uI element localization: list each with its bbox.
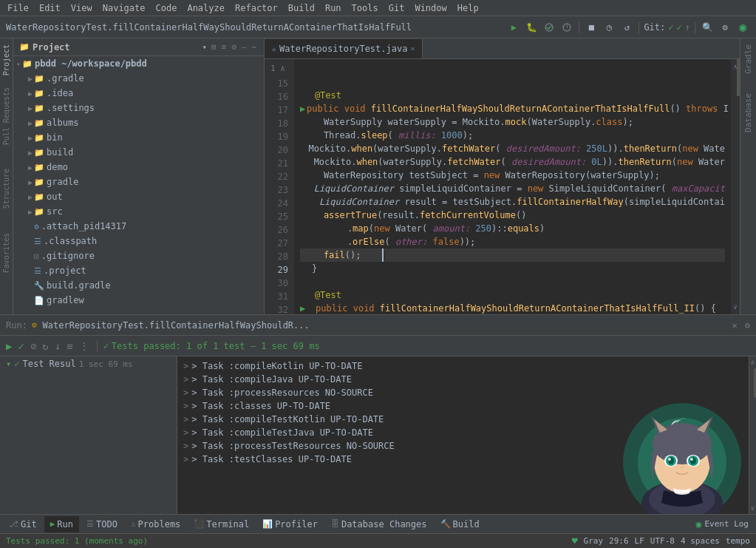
tree-item-gitignore[interactable]: ▶ ⊡ .gitignore [13, 248, 264, 263]
run-button[interactable]: ▶ [506, 20, 521, 35]
line-num-17: 17 [270, 104, 288, 117]
status-branch[interactable]: tempo [726, 536, 750, 546]
stop-button[interactable]: ■ [584, 20, 599, 35]
menu-code[interactable]: Code [151, 1, 182, 15]
run-with-coverage-button[interactable] [542, 20, 556, 35]
run-marker-33[interactable]: ▶ [300, 302, 305, 314]
pull-requests-tab[interactable]: Pull Requests [1, 83, 12, 149]
event-log-label[interactable]: Event Log [704, 519, 749, 529]
run-marker-18[interactable]: ▶ [300, 102, 305, 115]
undo-button[interactable]: ↺ [619, 20, 634, 35]
build-bottom-tab[interactable]: 🔨 Build [435, 516, 486, 532]
line-num-15: 15 [270, 77, 288, 90]
sort-button[interactable]: ≡ [65, 339, 74, 354]
build-scroll-down[interactable]: ∨ [750, 502, 756, 514]
tree-item-src[interactable]: ▶ 📁 src [13, 204, 264, 219]
build-scroll-up[interactable]: ∧ [750, 356, 756, 368]
database-tab[interactable]: Database [742, 87, 755, 138]
menu-git[interactable]: Git [384, 1, 409, 15]
menu-edit[interactable]: Edit [35, 1, 65, 15]
scroll-up-button[interactable]: ∧ [731, 59, 740, 74]
menu-tools[interactable]: Tools [347, 1, 383, 15]
menu-view[interactable]: View [67, 1, 97, 15]
run-play-button[interactable]: ▶ [4, 339, 13, 354]
collapse-icon[interactable]: ≡ [220, 41, 228, 53]
build-arrow-6: > [183, 439, 188, 453]
status-indent[interactable]: 4 spaces [681, 536, 720, 546]
group-button[interactable]: ⋮ [78, 339, 91, 354]
settings-panel-icon[interactable]: — [240, 41, 248, 53]
tree-item-classpath[interactable]: ▶ ☰ .classpath [13, 234, 264, 248]
tree-item-build[interactable]: ▶ 📁 build [13, 145, 264, 160]
run-rerun-button[interactable]: ↻ [41, 339, 50, 354]
tree-item-demo[interactable]: ▶ 📁 demo [13, 160, 264, 175]
history-button[interactable]: ◷ [602, 20, 616, 35]
run-settings-icon[interactable]: ⚙ [745, 320, 750, 331]
search-button[interactable]: 🔍 [700, 20, 715, 35]
tree-item-out[interactable]: ▶ 📁 out [13, 189, 264, 204]
sync-icon[interactable]: ⊞ [210, 41, 218, 53]
problems-bottom-tab[interactable]: ⚠ Problems [125, 516, 186, 532]
git-push[interactable]: ↑ [685, 22, 690, 33]
settings-icon[interactable]: ⚙ [718, 20, 732, 35]
tree-item-bin[interactable]: ▶ 📁 bin [13, 130, 264, 145]
terminal-bottom-tab[interactable]: ⬛ Terminal [188, 516, 255, 532]
tree-item-idea[interactable]: ▶ 📁 .idea [13, 86, 264, 101]
tree-item-attach[interactable]: ▶ ⚙ .attach_pid14317 [13, 219, 264, 234]
panel-dropdown-icon[interactable]: ▾ [202, 43, 207, 51]
status-encoding[interactable]: UTF-8 [650, 536, 675, 546]
tree-item-project[interactable]: ▶ ☰ .project [13, 263, 264, 278]
code-line-29: fail (); | [300, 248, 725, 262]
tree-item-settings[interactable]: ▶ 📁 .settings [13, 101, 264, 115]
run-filter-button[interactable]: ↓ [53, 339, 62, 354]
menu-build[interactable]: Build [284, 1, 319, 15]
project-tab[interactable]: Project [1, 40, 12, 80]
favorites-tab[interactable]: Favorites [1, 229, 12, 277]
tree-item-buildgradle[interactable]: ▶ 🔧 build.gradle [13, 278, 264, 293]
tree-item-gradle2[interactable]: ▶ 📁 gradle [13, 175, 264, 189]
build-scrollbar[interactable]: ∧ ∨ [749, 356, 756, 514]
code-content[interactable]: @Test ▶ public void fillContainerHalfWay… [294, 59, 731, 314]
scroll-down-button[interactable]: ∨ [731, 300, 740, 314]
run-label: Run: [6, 320, 27, 331]
gradle-tab[interactable]: Gradle [742, 38, 755, 80]
menu-run[interactable]: Run [321, 1, 346, 15]
profiler-bottom-tab[interactable]: 📊 Profiler [256, 516, 324, 532]
run-check-button[interactable]: ✓ [16, 339, 25, 354]
git-check: ✓ [668, 22, 673, 33]
filter-icon[interactable]: ⚙ [230, 41, 238, 53]
folder-icon: 📁 [19, 42, 30, 52]
status-position[interactable]: 29:6 [609, 536, 629, 546]
run-close-x[interactable]: ✕ [732, 320, 738, 331]
status-line-ending[interactable]: LF [635, 536, 644, 546]
git-bottom-tab[interactable]: ⎇ Git [3, 516, 43, 532]
run-stop-button[interactable]: ⊘ [29, 339, 38, 354]
status-gray[interactable]: Gray [584, 536, 604, 546]
tree-root[interactable]: ▾ 📁 pbdd ~/workspace/pbdd [13, 56, 264, 71]
paren-28: ( [384, 235, 395, 248]
profile-button[interactable] [559, 20, 574, 35]
tree-item-gradle[interactable]: ▶ 📁 .gradle [13, 71, 264, 86]
editor-tab-main[interactable]: ☕ WaterRepositoryTest.java ✕ [265, 39, 423, 58]
options-icon[interactable]: ⋯ [250, 41, 258, 53]
build-scroll-thumb[interactable] [754, 368, 757, 398]
tree-item-gradlew[interactable]: ▶ 📄 gradlew [13, 293, 264, 308]
menu-window[interactable]: Window [410, 1, 451, 15]
tab-close-button[interactable]: ✕ [410, 44, 415, 53]
run-bottom-tab[interactable]: ▶ Run [44, 516, 79, 532]
menu-analyze[interactable]: Analyze [183, 1, 229, 15]
build-arrow-3: > [183, 399, 188, 413]
menu-refactor[interactable]: Refactor [231, 1, 282, 15]
editor-scrollbar[interactable]: ∧ ∨ [731, 59, 740, 314]
debug-button[interactable]: 🐛 [524, 20, 539, 35]
run-tab-label: Run [57, 519, 73, 530]
db-changes-bottom-tab[interactable]: 🗄 Database Changes [325, 516, 433, 532]
code-editor[interactable]: 1 ∧ 15 16 17 18 19 20 21 22 23 24 25 26 … [265, 59, 740, 314]
structure-tab[interactable]: Structure [1, 164, 12, 213]
tree-item-albums[interactable]: ▶ 📁 albums [13, 115, 264, 130]
menu-navigate[interactable]: Navigate [98, 1, 150, 15]
menu-file[interactable]: File [3, 1, 33, 15]
todo-bottom-tab[interactable]: ☰ TODO [81, 516, 123, 532]
test-result-item[interactable]: ▾ ✓ Test Resul 1 sec 69 ms [0, 356, 177, 371]
menu-help[interactable]: Help [453, 1, 483, 15]
